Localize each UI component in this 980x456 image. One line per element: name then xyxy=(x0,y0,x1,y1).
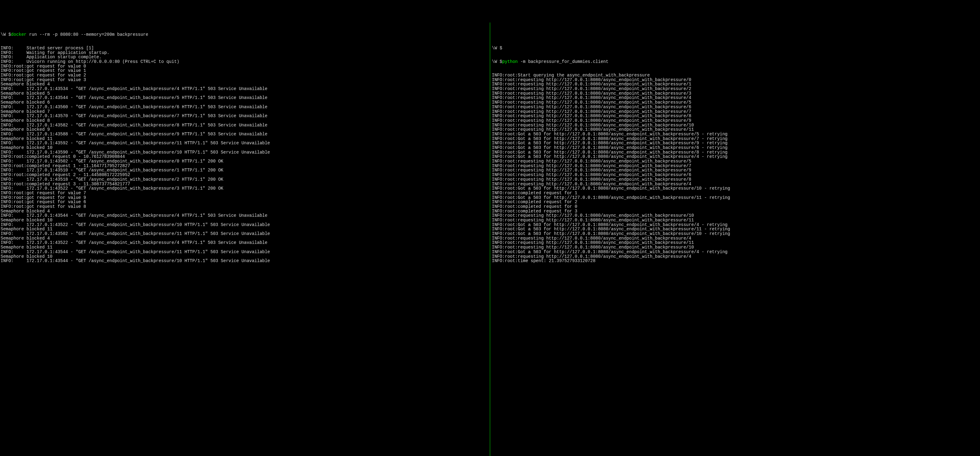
terminal-output-line: INFO: 172.17.0.1:43544 - "GET /async_end… xyxy=(1,214,488,218)
terminal-output-line: INFO: 172.17.0.1:43544 - "GET /async_end… xyxy=(1,259,488,263)
terminal-output-line: Semaphore blocked 11 xyxy=(1,245,488,250)
terminal-output-line: INFO:root:requesting http://127.0.0.1:80… xyxy=(492,100,979,105)
terminal-output-line: INFO: Application startup complete. xyxy=(1,55,488,59)
terminal-output-line: INFO:root:completed request for 2 xyxy=(492,200,979,204)
terminal-output-line: INFO:root:Got a 503 for http://127.0.0.1… xyxy=(492,231,979,236)
terminal-output-line: INFO: 172.17.0.1:43534 - "GET /async_end… xyxy=(1,87,488,91)
right-output: INFO:root:Start querying the async_endpo… xyxy=(492,73,979,263)
terminal-output-line: INFO: 172.17.0.1:43502 - "GET /async_end… xyxy=(1,231,488,236)
right-blank-line xyxy=(492,32,979,37)
terminal-output-line: INFO: 172.17.0.1:43570 - "GET /async_end… xyxy=(1,114,488,118)
terminal-output-line: INFO:root:requesting http://127.0.0.1:80… xyxy=(492,118,979,123)
terminal-output-line: INFO: 172.17.0.1:43582 - "GET /async_end… xyxy=(1,123,488,128)
terminal-output-line: Semaphore blocked 7 xyxy=(1,110,488,114)
terminal-output-line: INFO: 172.17.0.1:43544 - "GET /async_end… xyxy=(1,96,488,100)
terminal-output-line: INFO:root:got request for value 8 xyxy=(1,204,488,209)
terminal-output-line: INFO:root:requesting http://127.0.0.1:80… xyxy=(492,236,979,241)
terminal-output-line: INFO:root:requesting http://127.0.0.1:80… xyxy=(492,159,979,164)
terminal-output-line: INFO: 172.17.0.1:43592 - "GET /async_end… xyxy=(1,141,488,145)
right-empty-prompt-line: \W $ xyxy=(492,46,979,51)
right-command-args: -m backpressure_for_dummies.client xyxy=(518,59,609,64)
terminal-output-line: INFO:root:requesting http://127.0.0.1:80… xyxy=(492,241,979,245)
terminal-output-line: INFO:root:requesting http://127.0.0.1:80… xyxy=(492,78,979,82)
terminal-output-line: INFO:root:requesting http://127.0.0.1:80… xyxy=(492,245,979,250)
terminal-output-line: INFO: Uvicorn running on http://0.0.0.0:… xyxy=(1,59,488,64)
terminal-output-line: Semaphore blocked 10 xyxy=(1,254,488,259)
left-prompt-line: \W $docker run --rm -p 8080:80 --memory=… xyxy=(1,32,488,37)
terminal-output-line: Semaphore blocked 8 xyxy=(1,118,488,123)
terminal-output-line: Semaphore blocked 10 xyxy=(1,145,488,150)
terminal-output-line: INFO: 172.17.0.1:43510 - "GET /async_end… xyxy=(1,168,488,173)
terminal-output-line: INFO:root:completed request 1 - 11.16477… xyxy=(1,164,488,168)
terminal-output-line: INFO:root:requesting http://127.0.0.1:80… xyxy=(492,105,979,110)
terminal-output-line: INFO:root:requesting http://127.0.0.1:80… xyxy=(492,91,979,96)
terminal-output-line: INFO:root:requesting http://127.0.0.1:80… xyxy=(492,123,979,128)
right-terminal-pane[interactable]: \W $ \W $python -m backpressure_for_dumm… xyxy=(490,22,980,456)
terminal-output-line: INFO:root:got request for value 0 xyxy=(1,64,488,69)
terminal-output-line: INFO: 172.17.0.1:43518 - "GET /async_end… xyxy=(1,177,488,182)
terminal-output-line: Semaphore blocked 4 xyxy=(1,82,488,87)
left-terminal-pane[interactable]: \W $docker run --rm -p 8080:80 --memory=… xyxy=(0,22,490,456)
left-output: INFO: Started server process [1]INFO: Wa… xyxy=(1,46,488,263)
terminal-output-line: INFO:root:Got a 503 for http://127.0.0.1… xyxy=(492,196,979,200)
terminal-output-line: INFO:root:requesting http://127.0.0.1:80… xyxy=(492,168,979,173)
split-terminal: \W $docker run --rm -p 8080:80 --memory=… xyxy=(0,22,980,456)
terminal-output-line: Semaphore blocked 5 xyxy=(1,91,488,96)
terminal-output-line: INFO:root:got request for value 6 xyxy=(1,200,488,204)
terminal-output-line: INFO:root:completed request 0 - 10.76127… xyxy=(1,155,488,159)
terminal-output-line: INFO:root:completed request for 1 xyxy=(492,191,979,196)
terminal-output-line: INFO:root:requesting http://127.0.0.1:80… xyxy=(492,214,979,218)
terminal-output-line: INFO: 172.17.0.1:43502 - "GET /async_end… xyxy=(1,159,488,164)
terminal-output-line: INFO: 172.17.0.1:43522 - "GET /async_end… xyxy=(1,241,488,245)
terminal-output-line: Semaphore blocked 9 xyxy=(1,128,488,132)
terminal-output-line: Semaphore blocked 11 xyxy=(1,227,488,231)
left-command-args: run --rm -p 8080:80 --memory=200m backpr… xyxy=(27,32,148,37)
terminal-output-line: Semaphore blocked 11 xyxy=(1,137,488,141)
right-prompt: \W $ xyxy=(492,59,503,64)
terminal-output-line: Semaphore blocked 6 xyxy=(1,100,488,105)
right-prompt-empty: \W $ xyxy=(492,46,503,51)
terminal-output-line: Semaphore blocked 4 xyxy=(1,209,488,214)
terminal-output-line: INFO:root:requesting http://127.0.0.1:80… xyxy=(492,96,979,100)
terminal-output-line: INFO:root:requesting http://127.0.0.1:80… xyxy=(492,110,979,114)
terminal-output-line: INFO:root:Got a 503 for http://127.0.0.1… xyxy=(492,155,979,159)
terminal-output-line: INFO: 172.17.0.1:43560 - "GET /async_end… xyxy=(1,105,488,110)
right-prompt-line: \W $python -m backpressure_for_dummies.c… xyxy=(492,59,979,64)
terminal-output-line: Semaphore blocked 10 xyxy=(1,218,488,223)
terminal-output-line: INFO:root:got request for value 7 xyxy=(1,191,488,196)
terminal-output-line: INFO:root:got request for value 2 xyxy=(1,73,488,78)
terminal-output-line: INFO: Started server process [1] xyxy=(1,46,488,51)
terminal-output-line: INFO:root:got request for value 9 xyxy=(1,196,488,200)
terminal-output-line: INFO:root:Got a 503 for http://127.0.0.1… xyxy=(492,145,979,150)
terminal-output-line: INFO:root:requesting http://127.0.0.1:80… xyxy=(492,82,979,87)
terminal-output-line: INFO:root:completed request for 0 xyxy=(492,204,979,209)
terminal-output-line: INFO:root:completed request for 3 xyxy=(492,209,979,214)
left-prompt: \W $ xyxy=(1,32,11,37)
terminal-output-line: INFO:root:Got a 503 for http://127.0.0.1… xyxy=(492,150,979,155)
terminal-output-line: INFO:root:Got a 503 for http://127.0.0.1… xyxy=(492,137,979,141)
terminal-output-line: INFO:root:Got a 503 for http://127.0.0.1… xyxy=(492,141,979,145)
terminal-output-line: INFO:root:requesting http://127.0.0.1:80… xyxy=(492,87,979,91)
terminal-output-line: INFO:root:Got a 503 for http://127.0.0.1… xyxy=(492,132,979,137)
terminal-output-line: INFO: 172.17.0.1:43590 - "GET /async_end… xyxy=(1,150,488,155)
terminal-output-line: INFO:root:Got a 503 for http://127.0.0.1… xyxy=(492,186,979,191)
terminal-output-line: INFO: Waiting for application startup. xyxy=(1,51,488,55)
terminal-output-line: INFO: 172.17.0.1:43544 - "GET /async_end… xyxy=(1,250,488,254)
terminal-output-line: Semaphore blocked 4 xyxy=(1,236,488,241)
right-command-name: python xyxy=(502,59,518,64)
terminal-output-line: INFO:root:requesting http://127.0.0.1:80… xyxy=(492,128,979,132)
terminal-output-line: INFO:root:requesting http://127.0.0.1:80… xyxy=(492,182,979,187)
terminal-output-line: INFO:root:requesting http://127.0.0.1:80… xyxy=(492,164,979,168)
terminal-output-line: INFO:root:requesting http://127.0.0.1:80… xyxy=(492,254,979,259)
terminal-output-line: INFO:root:got request for value 1 xyxy=(1,69,488,73)
terminal-output-line: INFO:root:requesting http://127.0.0.1:80… xyxy=(492,114,979,118)
terminal-output-line: INFO:root:time spent: 21.397527933120728 xyxy=(492,259,979,263)
left-command-name: docker xyxy=(11,32,27,37)
terminal-output-line: INFO:root:got request for value 3 xyxy=(1,78,488,82)
terminal-output-line: INFO:root:requesting http://127.0.0.1:80… xyxy=(492,177,979,182)
terminal-output-line: INFO:root:Start querying the async_endpo… xyxy=(492,73,979,78)
terminal-output-line: INFO:root:completed request 2 - 11.44580… xyxy=(1,173,488,177)
terminal-output-line: INFO: 172.17.0.1:43522 - "GET /async_end… xyxy=(1,223,488,227)
terminal-output-line: INFO:root:Got a 503 for http://127.0.0.1… xyxy=(492,223,979,227)
terminal-output-line: INFO: 172.17.0.1:43522 - "GET /async_end… xyxy=(1,186,488,191)
